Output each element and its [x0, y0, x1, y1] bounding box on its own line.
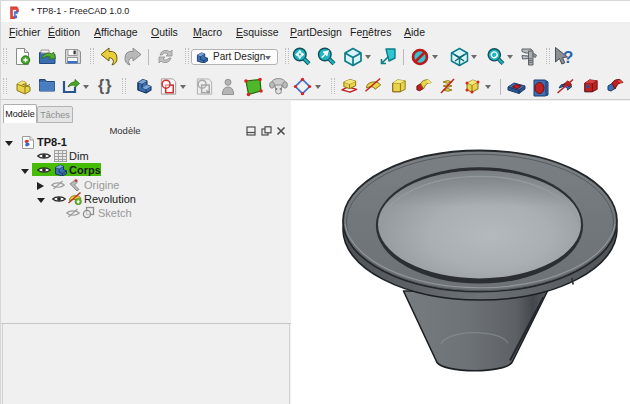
svg-text:?: ?: [563, 48, 573, 67]
